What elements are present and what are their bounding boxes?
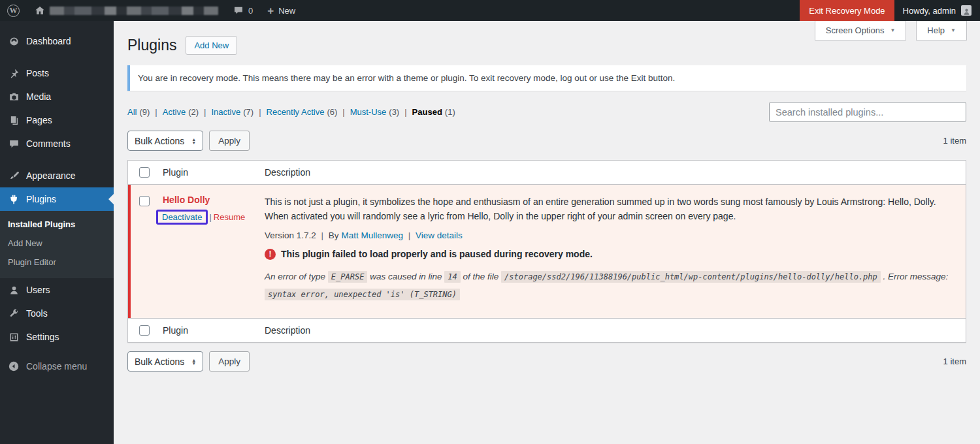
apply-button-bottom[interactable]: Apply: [209, 351, 250, 372]
footer-checkbox-cell: [128, 319, 163, 342]
new-content-menu[interactable]: + New: [260, 0, 302, 21]
sidebar-item-label: Pages: [26, 115, 52, 125]
sidebar-item-users[interactable]: Users: [0, 278, 114, 302]
meta-separator: |: [408, 230, 411, 240]
item-count-bottom: 1 item: [943, 357, 966, 366]
submenu-plugin-editor[interactable]: Plugin Editor: [0, 253, 114, 272]
deactivate-link[interactable]: Deactivate: [162, 212, 202, 222]
filter-separator: |: [204, 107, 206, 117]
comments-menu[interactable]: 0: [225, 0, 260, 21]
recovery-mode-notice-text: You are in recovery mode. This means the…: [138, 73, 675, 83]
sidebar-item-comments[interactable]: Comments: [0, 132, 114, 155]
new-label: New: [278, 6, 295, 16]
sidebar-item-pages[interactable]: Pages: [0, 108, 114, 132]
help-button[interactable]: Help ▼: [916, 21, 967, 40]
sidebar-item-dashboard[interactable]: Dashboard: [0, 29, 114, 53]
sidebar-item-label: Users: [26, 285, 50, 295]
filter-recently-active[interactable]: Recently Active (6): [267, 107, 338, 117]
plugin-row-hello-dolly: Hello Dolly Deactivate | Resume This is …: [128, 185, 966, 318]
error-text: of the file: [463, 272, 498, 281]
sidebar-item-posts[interactable]: Posts: [0, 61, 114, 85]
page-wrap: Plugins Add New You are in recovery mode…: [114, 21, 980, 372]
bulk-actions-select-bottom[interactable]: Bulk Actions ▲▼: [127, 351, 203, 372]
error-message-code: syntax error, unexpected 'is' (T_STRING): [265, 289, 460, 300]
collapse-menu-button[interactable]: Collapse menu: [0, 355, 114, 378]
filter-row: All (9) | Active (2) | Inactive (7) | Re…: [127, 102, 966, 122]
search-input[interactable]: [769, 102, 966, 122]
sidebar-item-label: Posts: [26, 68, 49, 78]
footer-column-description[interactable]: Description: [265, 325, 966, 336]
bulk-actions-selected-value: Bulk Actions: [135, 357, 184, 367]
filter-link[interactable]: Must-Use: [350, 107, 387, 117]
sidebar-item-label: Dashboard: [26, 36, 71, 46]
admin-bar-right: Exit Recovery Mode Howdy, admin: [800, 0, 980, 21]
sidebar-item-plugins[interactable]: Plugins: [0, 187, 114, 211]
filter-all[interactable]: All (9): [127, 107, 150, 117]
meta-separator: |: [321, 230, 324, 240]
collapse-icon: [7, 360, 20, 373]
user-icon: [7, 283, 20, 296]
submenu-installed-plugins[interactable]: Installed Plugins: [0, 215, 114, 234]
column-header-plugin[interactable]: Plugin: [163, 167, 265, 178]
resume-link[interactable]: Resume: [214, 212, 245, 222]
filter-link[interactable]: All: [127, 107, 137, 117]
filter-link[interactable]: Active: [163, 107, 186, 117]
wordpress-logo-menu[interactable]: W: [0, 0, 27, 21]
admin-bar: W 0 + New Exit Recovery Mode Howdy, admi…: [0, 0, 980, 21]
sidebar-item-label: Tools: [26, 308, 48, 319]
dashboard-icon: [7, 35, 20, 48]
filter-link[interactable]: Recently Active: [267, 107, 325, 117]
site-name-redacted: [50, 7, 218, 15]
filter-count: (2): [188, 107, 199, 117]
row-checkbox[interactable]: [139, 196, 150, 206]
column-header-description[interactable]: Description: [265, 167, 966, 178]
chevron-down-icon: ▼: [951, 27, 956, 33]
select-all-checkbox[interactable]: [139, 167, 150, 178]
error-text: An error of type: [265, 272, 325, 281]
chevron-down-icon: ▼: [890, 27, 895, 33]
site-name-menu[interactable]: [27, 0, 225, 21]
tablenav-bottom: Bulk Actions ▲▼ Apply 1 item: [127, 351, 966, 372]
select-arrows-icon: ▲▼: [191, 358, 196, 365]
screen-options-button[interactable]: Screen Options ▼: [815, 21, 907, 40]
select-arrows-icon: ▲▼: [191, 138, 196, 144]
account-menu[interactable]: Howdy, admin: [894, 0, 980, 21]
bulk-actions-select[interactable]: Bulk Actions ▲▼: [127, 131, 203, 151]
filter-paused[interactable]: Paused (1): [412, 107, 455, 117]
plugin-name: Hello Dolly: [163, 195, 265, 205]
error-type-code: E_PARSE: [328, 271, 368, 283]
filter-active[interactable]: Active (2): [163, 107, 199, 117]
plugins-submenu: Installed Plugins Add New Plugin Editor: [0, 211, 114, 278]
filter-link[interactable]: Paused: [412, 107, 442, 117]
plugin-version: Version 1.7.2: [265, 230, 316, 240]
filter-inactive[interactable]: Inactive (7): [211, 107, 253, 117]
footer-column-plugin[interactable]: Plugin: [163, 325, 265, 336]
add-new-button[interactable]: Add New: [186, 36, 237, 55]
sidebar-item-settings[interactable]: Settings: [0, 325, 114, 349]
exit-recovery-mode-button[interactable]: Exit Recovery Mode: [800, 0, 894, 21]
submenu-add-new[interactable]: Add New: [0, 234, 114, 253]
plugin-status-filters: All (9) | Active (2) | Inactive (7) | Re…: [127, 107, 455, 117]
view-details-link[interactable]: View details: [416, 230, 463, 240]
row-checkbox-cell: [128, 195, 163, 206]
sidebar-item-label: Media: [26, 91, 51, 102]
error-text: was caused in line: [370, 272, 442, 281]
sidebar-item-tools[interactable]: Tools: [0, 302, 114, 325]
filter-must-use[interactable]: Must-Use (3): [350, 107, 400, 117]
table-header-row: Plugin Description: [128, 161, 966, 185]
select-all-checkbox-bottom[interactable]: [139, 325, 150, 336]
sidebar-item-media[interactable]: Media: [0, 85, 114, 108]
page-title: Plugins: [127, 37, 176, 55]
apply-button[interactable]: Apply: [209, 131, 250, 151]
plugins-table: Plugin Description Hello Dolly Deactivat…: [127, 160, 966, 343]
filter-separator: |: [404, 107, 406, 117]
screen-meta-tabs: Screen Options ▼ Help ▼: [815, 21, 967, 40]
pages-icon: [7, 114, 20, 127]
filter-separator: |: [155, 107, 157, 117]
sidebar-item-appearance[interactable]: Appearance: [0, 164, 114, 187]
author-link[interactable]: Matt Mullenweg: [341, 230, 403, 240]
filter-link[interactable]: Inactive: [211, 107, 240, 117]
filter-count: (9): [139, 107, 150, 117]
plugin-description: This is not just a plugin, it symbolizes…: [265, 195, 949, 224]
help-label: Help: [927, 25, 945, 35]
